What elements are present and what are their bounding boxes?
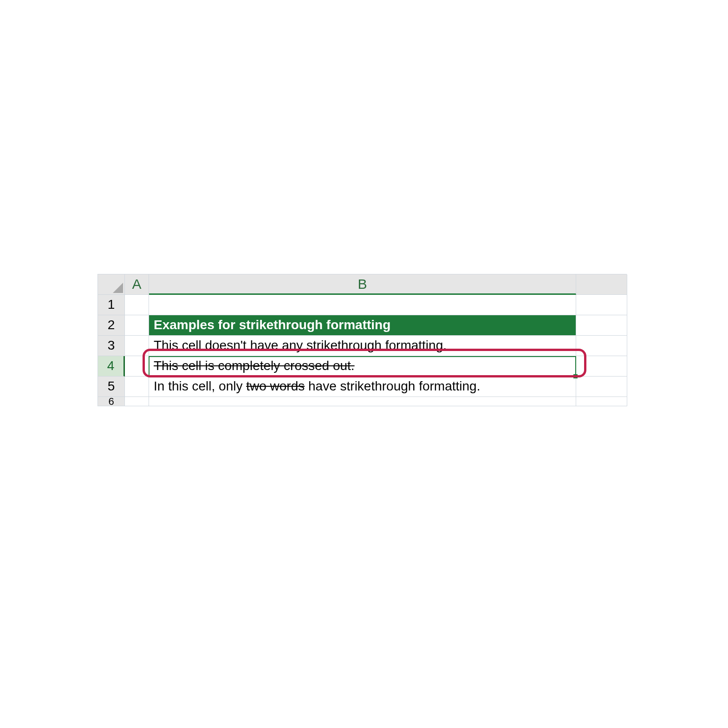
select-all-corner[interactable] (98, 274, 125, 295)
spreadsheet-grid[interactable]: A B 1 2 Examples for strikethrough forma… (98, 274, 627, 406)
row-header-6[interactable]: 6 (98, 397, 125, 406)
row-header-5[interactable]: 5 (98, 377, 125, 397)
select-all-triangle-icon (113, 283, 123, 293)
column-header-b[interactable]: B (149, 274, 576, 295)
cell-a6[interactable] (125, 397, 149, 406)
cell-c4[interactable] (576, 356, 627, 377)
cell-b4[interactable]: This cell is completely crossed out. (149, 356, 576, 377)
cell-b6[interactable] (149, 397, 576, 406)
row-header-3[interactable]: 3 (98, 336, 125, 356)
cell-c3[interactable] (576, 336, 627, 356)
column-header-c[interactable] (576, 274, 627, 295)
cell-a3[interactable] (125, 336, 149, 356)
cell-a2[interactable] (125, 315, 149, 336)
row-2: 2 Examples for strikethrough formatting (98, 315, 627, 336)
row-header-1[interactable]: 1 (98, 295, 125, 315)
cell-c1[interactable] (576, 295, 627, 315)
cell-a5[interactable] (125, 377, 149, 397)
spreadsheet-viewport: A B 1 2 Examples for strikethrough forma… (98, 274, 627, 406)
row-1: 1 (98, 295, 627, 315)
cell-b5-text-post: have strikethrough formatting. (305, 379, 480, 393)
cell-c6[interactable] (576, 397, 627, 406)
cell-a1[interactable] (125, 295, 149, 315)
cell-b5-text-strike: two words (246, 379, 305, 393)
row-6: 6 (98, 397, 627, 406)
cell-b5[interactable]: In this cell, only two words have strike… (149, 377, 576, 397)
cell-b2[interactable]: Examples for strikethrough formatting (149, 315, 576, 336)
row-header-2[interactable]: 2 (98, 315, 125, 336)
cell-b3[interactable]: This cell doesn't have any strikethrough… (149, 336, 576, 356)
column-header-row: A B (98, 274, 627, 295)
row-4: 4 This cell is completely crossed out. (98, 356, 627, 377)
row-5: 5 In this cell, only two words have stri… (98, 377, 627, 397)
svg-marker-0 (113, 283, 123, 293)
cell-c5[interactable] (576, 377, 627, 397)
cell-b5-text-pre: In this cell, only (154, 379, 246, 393)
row-header-4[interactable]: 4 (98, 356, 125, 377)
cell-b1[interactable] (149, 295, 576, 315)
cell-c2[interactable] (576, 315, 627, 336)
column-header-a[interactable]: A (125, 274, 149, 295)
cell-a4[interactable] (125, 356, 149, 377)
row-3: 3 This cell doesn't have any strikethrou… (98, 336, 627, 356)
